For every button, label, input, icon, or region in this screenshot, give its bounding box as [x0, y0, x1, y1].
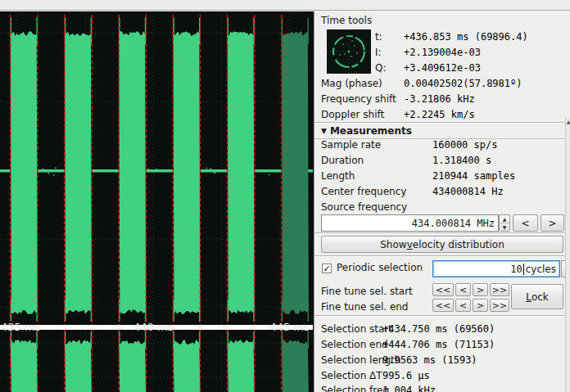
- check-icon: ✓: [323, 264, 330, 274]
- selection-length-value: 9.9563 ms (1593): [382, 354, 477, 366]
- fine-tune-end-label: Fine tune sel. end: [321, 301, 408, 313]
- waveform-bottom-pane: [0, 330, 313, 392]
- time-axis-label: 435 ms: [1, 321, 41, 333]
- mag-phase-value: 0.00402502(57.8981º): [404, 78, 522, 89]
- time-axis-label: 445 ms: [269, 321, 310, 333]
- selection-delta-t-value: 995.6 µs: [382, 370, 430, 381]
- frequency-shift-label: Frequency shift: [321, 93, 396, 105]
- t-label: t:: [375, 31, 382, 43]
- source-frequency-label: Source frequency: [321, 201, 407, 213]
- time-window: { "time_tools": { "title": "Time tools",…: [0, 0, 570, 392]
- periodic-selection-label: Periodic selection: [337, 262, 423, 273]
- fine-tune-start-label: Fine tune sel. start: [321, 286, 413, 297]
- text-caret: [523, 264, 524, 275]
- fine-tune-start-fast-right-button[interactable]: >>: [490, 283, 509, 296]
- button-text: L: [526, 291, 532, 303]
- time-tools-panel: Time tools t: +436.853 ms (69896.4) I: +…: [314, 11, 570, 392]
- sample-rate-value: 160000 sp/s: [432, 139, 497, 151]
- frequency-spinner[interactable]: ▲ ▼: [499, 214, 510, 232]
- q-label: Q:: [375, 62, 387, 74]
- fine-tune-end-left-button[interactable]: <: [455, 299, 471, 312]
- spin-down-icon[interactable]: ▼: [500, 223, 509, 231]
- button-text: elocity distribution: [413, 239, 504, 250]
- i-label: I:: [375, 47, 382, 58]
- scrollbar-up-icon[interactable]: ▲: [566, 119, 570, 124]
- center-frequency-label: Center frequency: [321, 186, 406, 197]
- length-label: Length: [321, 170, 355, 182]
- center-frequency-value: 434000814 Hz: [432, 186, 504, 197]
- button-text: v: [407, 239, 413, 250]
- panel-scrollbar[interactable]: ▲: [565, 117, 570, 392]
- selection-freq-label: Selection freq: [321, 385, 389, 392]
- cycles-input[interactable]: 10 cycles: [432, 260, 560, 277]
- lock-button[interactable]: Lock: [511, 284, 563, 309]
- i-value: +2.139004e-03: [404, 47, 481, 58]
- selection-end-label: Selection end: [321, 339, 388, 350]
- fine-tune-start-left-button[interactable]: <: [455, 283, 471, 296]
- q-value: +3.409612e-03: [404, 62, 481, 74]
- iq-constellation-display: [327, 29, 371, 74]
- duration-value: 1.318400 s: [432, 155, 491, 166]
- frequency-input[interactable]: 434.000814 MHz: [321, 214, 499, 232]
- divider: [314, 315, 564, 317]
- collapse-arrow-icon: ▼: [321, 127, 327, 135]
- selection-end-value: +444.706 ms (71153): [382, 339, 495, 350]
- time-tools-title: Time tools: [321, 15, 372, 26]
- window-top-strip: [0, 0, 570, 11]
- selection-start-value: +434.750 ms (69560): [382, 323, 495, 335]
- time-axis-label: 440 ms: [133, 321, 174, 333]
- button-text: Show: [380, 239, 406, 250]
- waveform-view[interactable]: 435 ms440 ms445 ms: [0, 11, 314, 392]
- doppler-shift-label: Doppler shift: [321, 109, 384, 120]
- spin-up-icon[interactable]: ▲: [500, 215, 509, 223]
- divider: [314, 232, 564, 234]
- waveform-svg[interactable]: 435 ms440 ms445 ms: [0, 11, 314, 392]
- divider: [314, 255, 564, 257]
- sample-rate-label: Sample rate: [321, 139, 381, 151]
- frequency-next-button[interactable]: >: [541, 214, 564, 232]
- fine-tune-end-right-button[interactable]: >: [473, 299, 488, 312]
- fine-tune-start-right-button[interactable]: >: [473, 283, 488, 296]
- fine-tune-start-fast-left-button[interactable]: <<: [432, 283, 454, 296]
- show-velocity-distribution-button[interactable]: Show velocity distribution: [321, 236, 563, 253]
- cycles-suffix: cycles: [526, 264, 556, 275]
- measurements-header-label: Measurements: [330, 125, 412, 137]
- length-value: 210944 samples: [432, 170, 515, 182]
- t-value: +436.853 ms (69896.4): [404, 31, 528, 43]
- fine-tune-end-fast-left-button[interactable]: <<: [432, 299, 454, 312]
- button-text: ock: [532, 291, 549, 303]
- measurements-header[interactable]: ▼Measurements: [321, 125, 412, 137]
- fine-tune-end-fast-right-button[interactable]: >>: [490, 299, 509, 312]
- divider: [314, 122, 564, 124]
- periodic-selection-checkbox[interactable]: ✓: [322, 264, 332, 273]
- mag-phase-label: Mag (phase): [321, 78, 382, 89]
- doppler-shift-value: +2.2245 km/s: [404, 109, 475, 120]
- selection-delta-t-label: Selection ΔT: [321, 370, 382, 381]
- cycles-value: 10: [510, 264, 522, 275]
- frequency-prev-button[interactable]: <: [513, 214, 538, 232]
- duration-label: Duration: [321, 155, 364, 166]
- frequency-shift-value: -3.21806 kHz: [404, 93, 475, 105]
- selection-freq-value: 1.004 kHz: [382, 385, 436, 392]
